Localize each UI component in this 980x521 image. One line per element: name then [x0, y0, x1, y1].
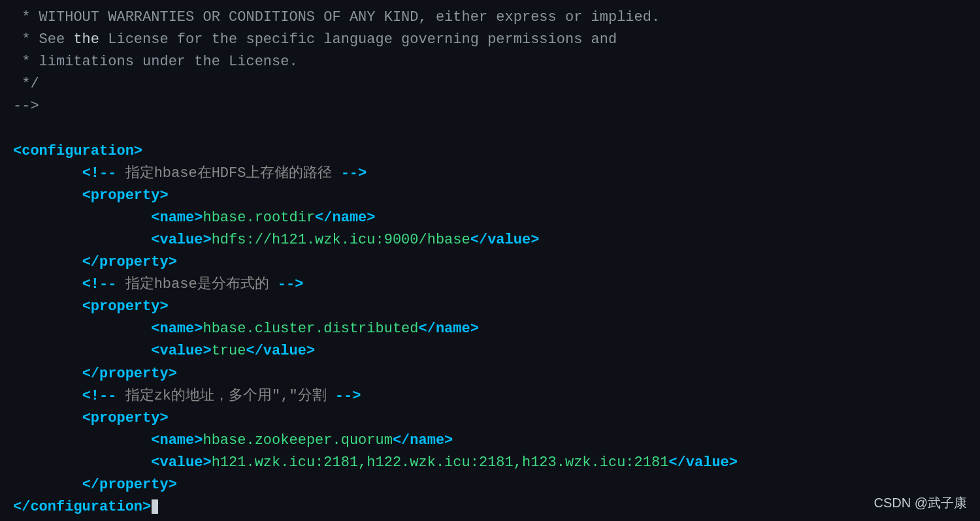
line-property-open-1: <property>	[13, 185, 967, 207]
line-tilde: ~	[13, 518, 967, 521]
line-value-distributed: <value>true</value>	[13, 340, 967, 362]
line-value-rootdir: <value>hdfs://h121.wzk.icu:9000/hbase</v…	[13, 229, 967, 251]
line-property-close-1: </property>	[13, 251, 967, 274]
line-name-zk: <name>hbase.zookeeper.quorum</name>	[13, 430, 967, 452]
line-comment-zk: <!-- 指定zk的地址，多个用","分割 -->	[13, 385, 967, 407]
code-editor: * WITHOUT WARRANTIES OR CONDITIONS OF AN…	[0, 0, 980, 521]
line-name-rootdir: <name>hbase.rootdir</name>	[13, 207, 967, 229]
line-blank	[13, 118, 967, 140]
line-property-open-3: <property>	[13, 407, 967, 430]
line-4: */	[13, 73, 967, 95]
line-config-close: </configuration>	[13, 496, 967, 518]
line-3: * limitations under the License.	[13, 51, 967, 73]
line-5: -->	[13, 95, 967, 118]
line-config-open: <configuration>	[13, 140, 967, 163]
line-comment-rootdir: <!-- 指定hbase在HDFS上存储的路径 -->	[13, 163, 967, 185]
line-property-close-3: </property>	[13, 474, 967, 496]
line-name-distributed: <name>hbase.cluster.distributed</name>	[13, 318, 967, 340]
line-property-close-2: </property>	[13, 363, 967, 385]
line-value-zk: <value>h121.wzk.icu:2181,h122.wzk.icu:21…	[13, 452, 967, 474]
line-comment-distributed: <!-- 指定hbase是分布式的 -->	[13, 274, 967, 296]
watermark: CSDN @武子康	[874, 494, 967, 512]
line-property-open-2: <property>	[13, 296, 967, 318]
line-2: * See the License for the specific langu…	[13, 29, 967, 51]
line-1: * WITHOUT WARRANTIES OR CONDITIONS OF AN…	[13, 7, 967, 29]
